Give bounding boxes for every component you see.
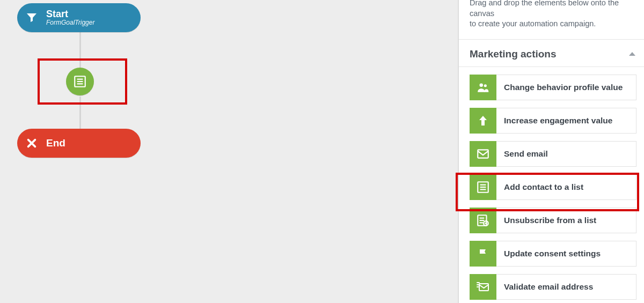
workflow-canvas[interactable]: Start FormGoalTrigger End — [0, 0, 456, 303]
action-increase-engagement[interactable]: Increase engagement value — [470, 108, 644, 134]
list-remove-icon — [470, 208, 496, 233]
funnel-icon — [17, 11, 46, 24]
section-title: Marketing actions — [470, 48, 557, 60]
start-node[interactable]: Start FormGoalTrigger — [17, 3, 141, 32]
action-label: Send email — [496, 141, 636, 167]
svg-rect-19 — [479, 284, 488, 291]
svg-point-6 — [480, 83, 484, 87]
envelope-icon — [470, 141, 496, 167]
action-label: Unsubscribe from a list — [496, 208, 636, 233]
people-icon — [470, 75, 496, 100]
chevron-up-icon — [629, 52, 635, 56]
annotation-highlight — [456, 173, 639, 211]
flag-icon — [470, 241, 496, 267]
svg-point-7 — [484, 84, 487, 87]
action-change-behavior-profile[interactable]: Change behavior profile value — [470, 75, 644, 100]
action-label: Validate email address — [496, 274, 636, 300]
close-icon — [17, 137, 46, 149]
action-label: Increase engagement value — [496, 108, 636, 134]
action-unsubscribe-from-list[interactable]: Unsubscribe from a list — [470, 208, 644, 233]
svg-rect-8 — [478, 150, 488, 158]
start-node-title: Start — [46, 9, 94, 20]
action-label: Change behavior profile value — [496, 75, 636, 100]
section-header-marketing-actions[interactable]: Marketing actions — [459, 40, 644, 67]
action-label: Update consent settings — [496, 241, 636, 267]
action-validate-email[interactable]: Validate email address — [470, 274, 644, 300]
end-node[interactable]: End — [17, 129, 141, 158]
end-node-title: End — [46, 137, 65, 149]
start-node-subtitle: FormGoalTrigger — [46, 19, 94, 27]
arrow-up-icon — [470, 108, 496, 134]
action-update-consent[interactable]: Update consent settings — [470, 241, 644, 267]
actions-list: Change behavior profile value Increase e… — [459, 67, 644, 300]
elements-panel: Drag and drop the elements below onto th… — [458, 0, 644, 303]
annotation-highlight — [38, 58, 127, 105]
action-send-email[interactable]: Send email — [470, 141, 644, 167]
panel-description: Drag and drop the elements below onto th… — [459, 0, 644, 40]
envelope-arrow-icon — [470, 274, 496, 300]
